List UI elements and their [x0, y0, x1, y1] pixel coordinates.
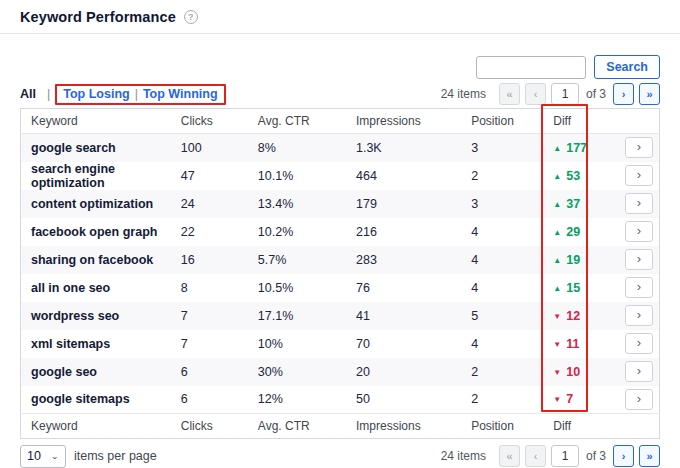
avg-ctr-cell: 10.5%	[248, 274, 346, 302]
clicks-cell: 6	[171, 358, 248, 386]
row-expand-button[interactable]: ›	[625, 193, 653, 214]
row-expand-button[interactable]: ›	[625, 305, 653, 326]
keyword-cell: xml sitemaps	[21, 330, 171, 358]
row-action-cell: ›	[613, 134, 659, 162]
impressions-cell: 216	[346, 218, 461, 246]
page-title: Keyword Performance	[20, 9, 176, 25]
diff-arrow-icon: ▲	[553, 172, 561, 181]
clicks-cell: 22	[171, 218, 248, 246]
row-expand-button[interactable]: ›	[625, 249, 653, 270]
row-expand-button[interactable]: ›	[625, 221, 653, 242]
keyword-cell: search engine optimization	[21, 162, 171, 190]
avg-ctr-cell: 12%	[248, 386, 346, 414]
chevron-down-icon: ⌄	[51, 452, 59, 461]
next-page-button[interactable]: ›	[613, 83, 634, 105]
diff-arrow-icon: ▲	[553, 200, 561, 209]
table-row: search engine optimization 47 10.1% 464 …	[21, 162, 660, 190]
impressions-cell: 70	[346, 330, 461, 358]
diff-cell: ▲19	[543, 246, 613, 274]
page-total-label: of 3	[586, 449, 606, 463]
col-header-actions	[613, 109, 659, 134]
last-page-button[interactable]: »	[639, 445, 660, 467]
row-action-cell: ›	[613, 386, 659, 414]
row-expand-button[interactable]: ›	[625, 137, 653, 158]
prev-page-button[interactable]: ‹	[525, 83, 546, 105]
prev-page-button[interactable]: ‹	[525, 445, 546, 467]
clicks-cell: 24	[171, 190, 248, 218]
col-header-diff[interactable]: Diff	[543, 109, 613, 134]
current-page-input[interactable]	[551, 83, 579, 105]
diff-cell: ▼10	[543, 358, 613, 386]
row-expand-button[interactable]: ›	[625, 389, 653, 410]
keyword-cell: google search	[21, 134, 171, 162]
row-action-cell: ›	[613, 358, 659, 386]
items-per-page-select[interactable]: 10 ⌄	[20, 445, 66, 468]
col-footer-impressions: Impressions	[346, 414, 461, 439]
row-action-cell: ›	[613, 218, 659, 246]
last-page-button[interactable]: »	[639, 83, 660, 105]
table-row: sharing on facebook 16 5.7% 283 4 ▲19 ›	[21, 246, 660, 274]
first-page-button[interactable]: «	[499, 83, 520, 105]
diff-cell: ▼11	[543, 330, 613, 358]
diff-cell: ▲29	[543, 218, 613, 246]
per-page-control: 10 ⌄ items per page	[20, 445, 157, 468]
row-expand-button[interactable]: ›	[625, 333, 653, 354]
diff-value: 37	[566, 197, 580, 211]
diff-arrow-icon: ▼	[553, 368, 561, 377]
items-count: 24 items	[441, 87, 486, 101]
table-row: google search 100 8% 1.3K 3 ▲177 ›	[21, 134, 660, 162]
filter-all[interactable]: All	[20, 87, 36, 101]
position-cell: 2	[461, 162, 543, 190]
filter-top-winning[interactable]: Top Winning	[143, 87, 218, 101]
table-header-row: Keyword Clicks Avg. CTR Impressions Posi…	[21, 109, 660, 134]
clicks-cell: 16	[171, 246, 248, 274]
keyword-cell: facebook open graph	[21, 218, 171, 246]
col-header-position[interactable]: Position	[461, 109, 543, 134]
avg-ctr-cell: 10.1%	[248, 162, 346, 190]
diff-value: 10	[566, 365, 580, 379]
filter-top-losing[interactable]: Top Losing	[63, 87, 129, 101]
search-button[interactable]: Search	[594, 55, 660, 79]
table-row: all in one seo 8 10.5% 76 4 ▲15 ›	[21, 274, 660, 302]
row-expand-button[interactable]: ›	[625, 361, 653, 382]
search-input[interactable]	[476, 56, 586, 79]
row-action-cell: ›	[613, 274, 659, 302]
help-icon[interactable]: ?	[184, 10, 198, 24]
position-cell: 4	[461, 218, 543, 246]
diff-cell: ▲177	[543, 134, 613, 162]
col-header-keyword[interactable]: Keyword	[21, 109, 171, 134]
table-row: google sitemaps 6 12% 50 2 ▼7 ›	[21, 386, 660, 414]
position-cell: 4	[461, 330, 543, 358]
diff-cell: ▼12	[543, 302, 613, 330]
diff-cell: ▲37	[543, 190, 613, 218]
table-footer-row: Keyword Clicks Avg. CTR Impressions Posi…	[21, 414, 660, 439]
diff-value: 29	[566, 225, 580, 239]
row-action-cell: ›	[613, 330, 659, 358]
keyword-cell: google seo	[21, 358, 171, 386]
avg-ctr-cell: 10.2%	[248, 218, 346, 246]
col-header-impressions[interactable]: Impressions	[346, 109, 461, 134]
clicks-cell: 7	[171, 302, 248, 330]
row-expand-button[interactable]: ›	[625, 277, 653, 298]
current-page-input[interactable]	[551, 445, 579, 467]
col-header-clicks[interactable]: Clicks	[171, 109, 248, 134]
avg-ctr-cell: 8%	[248, 134, 346, 162]
annotation-box-filters: Top Losing | Top Winning	[55, 84, 225, 105]
diff-arrow-icon: ▲	[553, 144, 561, 153]
avg-ctr-cell: 5.7%	[248, 246, 346, 274]
keyword-cell: content optimization	[21, 190, 171, 218]
position-cell: 2	[461, 358, 543, 386]
row-expand-button[interactable]: ›	[625, 165, 653, 186]
col-footer-position: Position	[461, 414, 543, 439]
col-footer-keyword: Keyword	[21, 414, 171, 439]
position-cell: 2	[461, 386, 543, 414]
first-page-button[interactable]: «	[499, 445, 520, 467]
next-page-button[interactable]: ›	[613, 445, 634, 467]
filter-separator: |	[135, 87, 138, 101]
diff-arrow-icon: ▼	[553, 395, 561, 404]
diff-cell: ▼7	[543, 386, 613, 414]
table-row: google seo 6 30% 20 2 ▼10 ›	[21, 358, 660, 386]
impressions-cell: 50	[346, 386, 461, 414]
clicks-cell: 47	[171, 162, 248, 190]
col-header-avg-ctr[interactable]: Avg. CTR	[248, 109, 346, 134]
